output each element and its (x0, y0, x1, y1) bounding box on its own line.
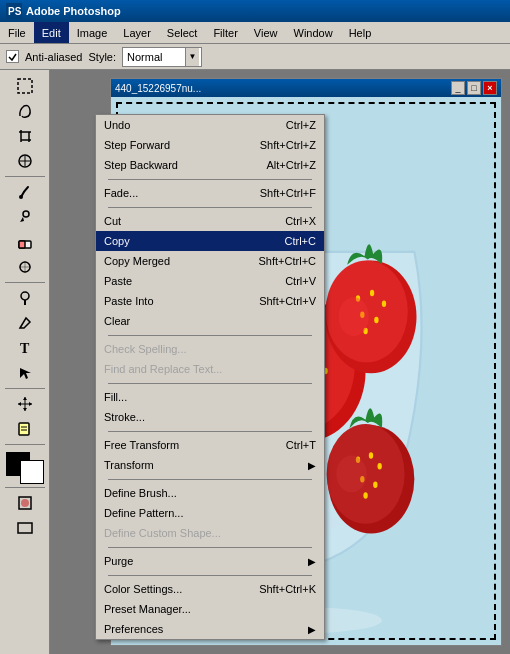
menu-item-clear[interactable]: Clear (96, 311, 324, 331)
clone-tool[interactable] (13, 205, 37, 229)
menu-item-step-backward[interactable]: Step Backward Alt+Ctrl+Z (96, 155, 324, 175)
svg-point-65 (363, 492, 367, 499)
move-tool[interactable] (13, 392, 37, 416)
style-label: Style: (88, 51, 116, 63)
menu-item-fill[interactable]: Fill... (96, 387, 324, 407)
svg-rect-2 (18, 79, 32, 93)
doc-title-bar: 440_15226957nu... _ □ × (111, 79, 501, 97)
title-bar: PS Adobe Photoshop (0, 0, 510, 22)
menu-edit[interactable]: Edit (34, 22, 69, 43)
healing-tool[interactable] (13, 149, 37, 173)
svg-rect-16 (19, 423, 29, 435)
svg-point-6 (19, 195, 23, 199)
menu-item-check-spelling[interactable]: Check Spelling... (96, 339, 324, 359)
menu-item-color-settings[interactable]: Color Settings... Shft+Ctrl+K (96, 579, 324, 599)
pen-tool[interactable] (13, 311, 37, 335)
menu-item-find-replace[interactable]: Find and Replace Text... (96, 359, 324, 379)
svg-text:PS: PS (8, 6, 22, 17)
doc-minimize-button[interactable]: _ (451, 81, 465, 95)
menu-item-cut[interactable]: Cut Ctrl+X (96, 211, 324, 231)
menu-item-stroke[interactable]: Stroke... (96, 407, 324, 427)
svg-rect-21 (18, 523, 32, 533)
menu-separator-6 (96, 475, 324, 483)
app-title: Adobe Photoshop (26, 5, 121, 17)
menu-item-preferences[interactable]: Preferences ▶ (96, 619, 324, 639)
menu-item-copy[interactable]: Copy Ctrl+C (96, 231, 324, 251)
svg-point-61 (369, 452, 373, 459)
menu-separator-4 (96, 379, 324, 387)
svg-point-66 (336, 456, 366, 493)
svg-point-62 (378, 463, 382, 470)
menu-separator-5 (96, 427, 324, 435)
marquee-tool[interactable] (13, 74, 37, 98)
menu-view[interactable]: View (246, 22, 286, 43)
svg-point-11 (21, 292, 29, 300)
app-icon: PS (6, 3, 22, 19)
svg-point-55 (374, 317, 378, 324)
menu-image[interactable]: Image (69, 22, 116, 43)
style-value: Normal (125, 51, 183, 63)
menu-item-paste-into[interactable]: Paste Into Shft+Ctrl+V (96, 291, 324, 311)
anti-aliased-label: Anti-aliased (25, 51, 82, 63)
crop-tool[interactable] (13, 124, 37, 148)
canvas-area: 440_15226957nu... _ □ × (50, 70, 510, 654)
menu-item-purge[interactable]: Purge ▶ (96, 551, 324, 571)
menu-item-undo[interactable]: Undo Ctrl+Z (96, 115, 324, 135)
menu-separator-7 (96, 543, 324, 551)
menu-separator-1 (96, 175, 324, 183)
lasso-tool[interactable] (13, 99, 37, 123)
menu-item-step-forward[interactable]: Step Forward Shft+Ctrl+Z (96, 135, 324, 155)
svg-point-52 (370, 290, 374, 297)
menu-select[interactable]: Select (159, 22, 206, 43)
blur-tool[interactable] (13, 255, 37, 279)
type-tool[interactable]: T (13, 336, 37, 360)
menu-item-define-pattern[interactable]: Define Pattern... (96, 503, 324, 523)
menu-item-preset-manager[interactable]: Preset Manager... (96, 599, 324, 619)
doc-close-button[interactable]: × (483, 81, 497, 95)
menu-window[interactable]: Window (286, 22, 341, 43)
anti-aliased-checkbox[interactable] (6, 50, 19, 63)
svg-text:T: T (20, 341, 30, 356)
notes-tool[interactable] (13, 417, 37, 441)
menu-item-define-custom-shape[interactable]: Define Custom Shape... (96, 523, 324, 543)
brush-tool[interactable] (13, 180, 37, 204)
menu-separator-2 (96, 203, 324, 211)
svg-rect-9 (19, 241, 25, 248)
menu-item-paste[interactable]: Paste Ctrl+V (96, 271, 324, 291)
menu-bar: File Edit Image Layer Select Filter View… (0, 22, 510, 44)
menu-item-free-transform[interactable]: Free Transform Ctrl+T (96, 435, 324, 455)
quick-mask-tool[interactable] (13, 491, 37, 515)
screen-mode-tool[interactable] (13, 516, 37, 540)
color-boxes[interactable] (6, 452, 44, 484)
edit-menu-dropdown: Undo Ctrl+Z Step Forward Shft+Ctrl+Z Ste… (95, 114, 325, 640)
style-dropdown[interactable]: Normal ▼ (122, 47, 202, 67)
toolbox: T (0, 70, 50, 654)
dropdown-arrow-icon[interactable]: ▼ (185, 48, 199, 66)
svg-point-53 (382, 301, 386, 308)
menu-file[interactable]: File (0, 22, 34, 43)
doc-window-controls: _ □ × (451, 81, 497, 95)
svg-point-64 (373, 482, 377, 489)
eraser-tool[interactable] (13, 230, 37, 254)
selection-tool[interactable] (13, 361, 37, 385)
options-bar: Anti-aliased Style: Normal ▼ (0, 44, 510, 70)
menu-item-define-brush[interactable]: Define Brush... (96, 483, 324, 503)
background-color[interactable] (20, 460, 44, 484)
dodge-tool[interactable] (13, 286, 37, 310)
svg-point-7 (23, 211, 29, 217)
menu-item-transform[interactable]: Transform ▶ (96, 455, 324, 475)
menu-layer[interactable]: Layer (115, 22, 159, 43)
doc-title: 440_15226957nu... (115, 83, 201, 94)
main-area: T 440_15226957nu... (0, 70, 510, 654)
menu-item-copy-merged[interactable]: Copy Merged Shft+Ctrl+C (96, 251, 324, 271)
menu-separator-8 (96, 571, 324, 579)
menu-separator-3 (96, 331, 324, 339)
svg-point-57 (339, 297, 369, 336)
menu-filter[interactable]: Filter (205, 22, 245, 43)
svg-point-20 (21, 499, 29, 507)
doc-maximize-button[interactable]: □ (467, 81, 481, 95)
menu-item-fade[interactable]: Fade... Shft+Ctrl+F (96, 183, 324, 203)
menu-help[interactable]: Help (341, 22, 380, 43)
